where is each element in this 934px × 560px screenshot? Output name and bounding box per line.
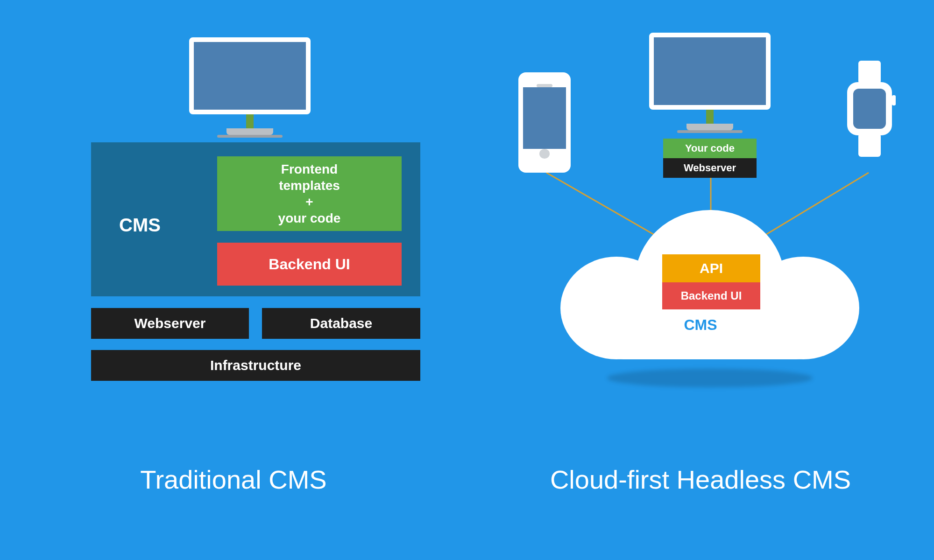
phone-icon	[518, 72, 571, 173]
watch-strap-top	[858, 61, 881, 84]
phone-speaker	[537, 84, 552, 87]
monitor-icon	[649, 33, 771, 133]
webserver-box: Webserver	[663, 158, 757, 178]
traditional-side: CMS Frontend templates + your code Backe…	[0, 0, 467, 560]
headless-side: Your code Webserver API Backend UI CMS C…	[467, 0, 934, 560]
monitor-icon	[189, 37, 311, 138]
watch-screen	[853, 89, 886, 129]
your-code-box: Your code	[663, 139, 757, 158]
watch-crown-icon	[892, 95, 896, 105]
monitor-screen	[189, 37, 311, 114]
phone-home-button-icon	[539, 149, 550, 159]
monitor-foot	[217, 135, 283, 138]
cloud-shadow	[607, 369, 813, 387]
monitor-base	[226, 128, 273, 135]
backend-ui-box: Backend UI	[217, 243, 402, 286]
api-box: API	[662, 254, 760, 282]
cms-container: CMS Frontend templates + your code Backe…	[91, 142, 420, 296]
cms-label: CMS	[119, 215, 161, 236]
watch-face	[847, 82, 892, 135]
phone-screen	[523, 87, 566, 149]
monitor-foot	[677, 130, 743, 133]
infrastructure-box: Infrastructure	[91, 350, 420, 381]
database-box: Database	[262, 308, 420, 339]
caption-right: Cloud-first Headless CMS	[467, 464, 934, 495]
caption-left: Traditional CMS	[0, 464, 467, 495]
monitor-base	[686, 124, 733, 130]
webserver-box: Webserver	[91, 308, 249, 339]
frontend-templates-box: Frontend templates + your code	[217, 156, 402, 231]
monitor-neck	[246, 114, 254, 128]
watch-strap-bottom	[858, 133, 881, 157]
cms-label: CMS	[467, 316, 934, 334]
monitor-screen	[649, 33, 771, 110]
monitor-neck	[706, 110, 714, 124]
watch-icon	[847, 61, 892, 157]
backend-ui-box: Backend UI	[662, 282, 760, 309]
